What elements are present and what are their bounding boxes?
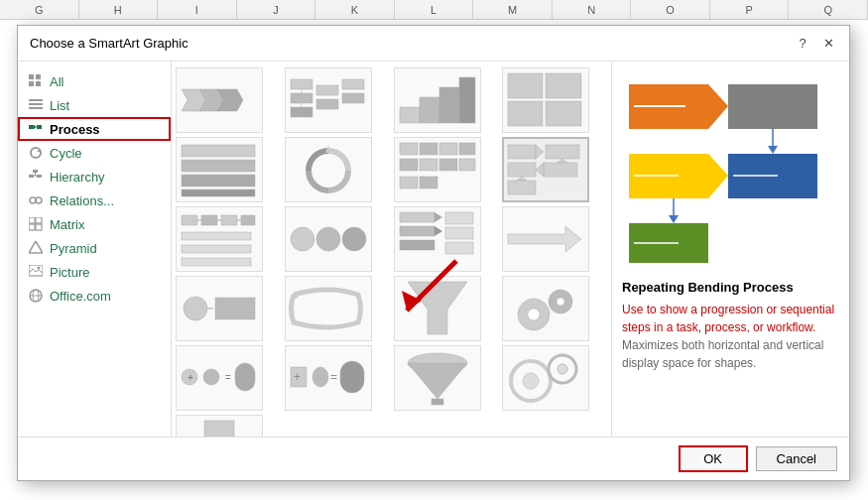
sidebar-item-relationship[interactable]: Relations... <box>18 188 171 212</box>
sidebar-label-all: All <box>50 74 63 89</box>
svg-point-18 <box>30 197 36 203</box>
svg-rect-39 <box>342 93 364 103</box>
svg-rect-114 <box>340 361 364 393</box>
svg-point-26 <box>38 267 41 270</box>
svg-rect-92 <box>445 212 473 224</box>
svg-rect-52 <box>182 175 255 187</box>
svg-rect-50 <box>182 145 255 157</box>
svg-rect-46 <box>508 73 543 98</box>
sidebar-item-hierarchy[interactable]: Hierarchy <box>18 165 171 188</box>
svg-rect-43 <box>420 97 439 123</box>
svg-rect-53 <box>182 189 255 196</box>
svg-rect-0 <box>29 74 34 79</box>
svg-rect-22 <box>29 224 35 230</box>
sidebar-item-office[interactable]: Office.com <box>18 284 171 308</box>
office-icon <box>28 288 44 304</box>
thumb-up-arrow[interactable] <box>176 415 263 437</box>
thumb-step-up[interactable] <box>394 67 481 133</box>
thumb-repeating-bending[interactable] <box>502 137 589 202</box>
svg-rect-51 <box>182 160 255 172</box>
sidebar-item-all[interactable]: All <box>18 69 171 93</box>
thumb-large-gears[interactable] <box>502 345 589 411</box>
thumb-block-list[interactable] <box>176 137 263 202</box>
svg-rect-49 <box>546 101 581 126</box>
sidebar-item-list[interactable]: List <box>18 93 171 117</box>
svg-rect-12 <box>33 170 38 173</box>
sidebar-label-hierarchy: Hierarchy <box>50 170 105 185</box>
svg-marker-90 <box>434 226 442 236</box>
svg-rect-6 <box>29 107 43 109</box>
thumb-circles[interactable] <box>285 206 372 272</box>
svg-rect-65 <box>508 145 536 159</box>
svg-rect-74 <box>182 215 197 225</box>
svg-rect-69 <box>544 163 577 177</box>
svg-rect-9 <box>37 125 42 129</box>
preview-title: Repeating Bending Process <box>622 280 839 295</box>
thumb-funnel2[interactable] <box>394 345 481 411</box>
description-normal: Maximizes both horizontal and vertical d… <box>622 338 823 370</box>
dialog-overlay: Choose a SmartArt Graphic ? ✕ <box>12 15 860 489</box>
svg-rect-64 <box>420 177 437 188</box>
category-sidebar: All List <box>18 62 172 437</box>
svg-point-86 <box>342 227 366 251</box>
svg-marker-129 <box>768 146 778 154</box>
svg-rect-44 <box>439 87 459 123</box>
svg-rect-60 <box>420 159 437 171</box>
sidebar-item-pyramid[interactable]: Pyramid <box>18 236 171 260</box>
thumb-gears[interactable] <box>502 276 589 341</box>
sidebar-label-office: Office.com <box>50 289 111 304</box>
svg-rect-78 <box>221 215 237 225</box>
ok-button[interactable]: OK <box>679 445 748 472</box>
all-icon <box>28 73 44 89</box>
help-button[interactable]: ? <box>794 35 811 53</box>
thumb-arrow-shapes[interactable] <box>502 206 589 272</box>
svg-point-119 <box>523 373 539 389</box>
svg-marker-100 <box>408 282 467 334</box>
smartart-thumbnail-grid[interactable]: + = + = <box>172 62 611 437</box>
svg-marker-8 <box>34 125 37 129</box>
svg-rect-58 <box>459 143 475 155</box>
sidebar-item-picture[interactable]: Picture <box>18 260 171 284</box>
thumb-basic-process[interactable] <box>176 67 263 133</box>
svg-point-85 <box>316 227 340 251</box>
svg-point-102 <box>528 309 540 320</box>
matrix-icon <box>28 216 44 232</box>
svg-rect-71 <box>508 163 536 177</box>
thumb-bending-arrow[interactable] <box>285 276 372 341</box>
sidebar-item-process[interactable]: Process <box>18 117 171 141</box>
svg-rect-37 <box>316 99 338 109</box>
svg-rect-35 <box>291 107 312 117</box>
thumb-grid-matrix[interactable] <box>502 67 589 133</box>
thumb-accent-process[interactable] <box>285 67 372 133</box>
thumb-process-arrows[interactable] <box>176 206 263 272</box>
svg-rect-38 <box>342 79 364 89</box>
svg-marker-68 <box>558 159 567 163</box>
thumb-funnel[interactable] <box>394 276 481 341</box>
thumb-vertical-chevron[interactable] <box>394 206 481 272</box>
svg-marker-72 <box>517 177 527 181</box>
thumb-equation[interactable]: + = <box>176 345 263 411</box>
close-button[interactable]: ✕ <box>819 35 837 53</box>
svg-rect-48 <box>508 101 543 126</box>
thumb-circular-arrows[interactable] <box>285 137 372 202</box>
cancel-button[interactable]: Cancel <box>756 446 837 471</box>
svg-rect-7 <box>29 125 34 129</box>
description-highlight: Use to show a progression or sequential … <box>622 303 834 334</box>
thumb-add-substep[interactable]: + = <box>285 345 372 411</box>
dialog-controls: ? ✕ <box>794 35 837 53</box>
preview-panel: Repeating Bending Process Use to show a … <box>611 62 849 437</box>
svg-rect-5 <box>29 103 43 105</box>
svg-rect-117 <box>432 399 443 405</box>
thumb-process-circle[interactable] <box>176 276 263 341</box>
sidebar-item-cycle[interactable]: Cycle <box>18 141 171 165</box>
sidebar-item-matrix[interactable]: Matrix <box>18 212 171 236</box>
pyramid-icon <box>28 240 44 256</box>
svg-marker-70 <box>536 163 544 177</box>
svg-rect-82 <box>182 245 251 253</box>
hierarchy-icon <box>28 169 44 185</box>
sidebar-label-cycle: Cycle <box>50 146 82 161</box>
svg-rect-33 <box>291 79 312 89</box>
thumb-complex-process[interactable] <box>394 137 481 202</box>
sidebar-label-pyramid: Pyramid <box>50 241 97 256</box>
svg-text:=: = <box>330 370 337 384</box>
